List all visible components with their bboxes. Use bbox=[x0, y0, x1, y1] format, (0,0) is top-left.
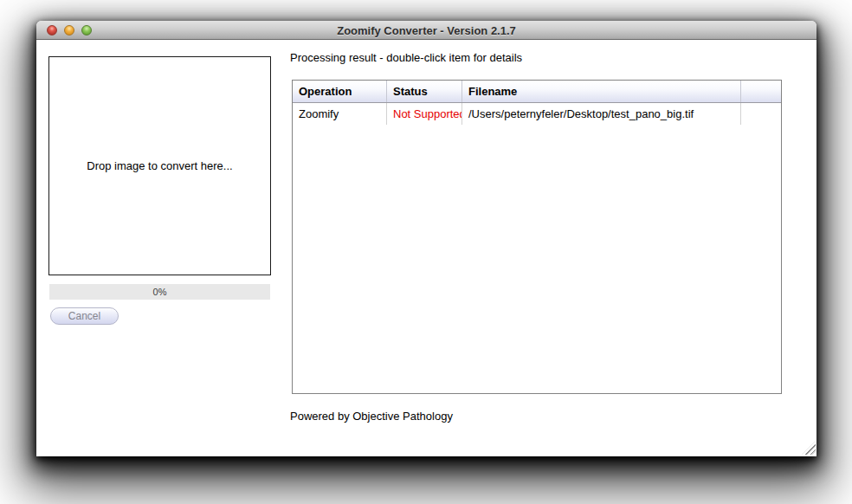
window-content: Drop image to convert here... 0% Cancel … bbox=[36, 40, 816, 456]
row-filename-cell[interactable]: /Users/peternyfeler/Desktop/test_pano_bi… bbox=[462, 103, 741, 125]
image-drop-zone[interactable]: Drop image to convert here... bbox=[48, 56, 271, 275]
column-header-status[interactable]: Status bbox=[387, 81, 462, 102]
results-table[interactable]: Operation Status Filename Zoomify Not Su… bbox=[292, 80, 782, 394]
powered-by-text: Powered by Objective Pathology bbox=[290, 410, 453, 423]
column-header-filename[interactable]: Filename bbox=[462, 81, 741, 102]
table-row[interactable]: Zoomify Not Supported /Users/peternyfele… bbox=[293, 103, 781, 125]
progress-value: 0% bbox=[153, 287, 167, 297]
window-title: Zoomify Converter - Version 2.1.7 bbox=[36, 21, 816, 40]
cancel-button[interactable]: Cancel bbox=[50, 307, 119, 325]
column-header-spacer bbox=[741, 81, 781, 102]
drop-zone-label: Drop image to convert here... bbox=[87, 159, 232, 172]
row-operation-cell[interactable]: Zoomify bbox=[293, 103, 387, 125]
resize-grip-icon[interactable] bbox=[802, 441, 816, 455]
window-titlebar[interactable]: Zoomify Converter - Version 2.1.7 bbox=[36, 21, 816, 40]
progress-bar: 0% bbox=[49, 284, 270, 300]
app-window: Zoomify Converter - Version 2.1.7 Drop i… bbox=[36, 21, 816, 456]
results-heading: Processing result - double-click item fo… bbox=[290, 51, 522, 64]
column-header-operation[interactable]: Operation bbox=[293, 81, 387, 102]
row-status-cell[interactable]: Not Supported bbox=[387, 103, 462, 125]
row-spacer-cell bbox=[741, 103, 781, 125]
table-header-row: Operation Status Filename bbox=[293, 81, 781, 103]
